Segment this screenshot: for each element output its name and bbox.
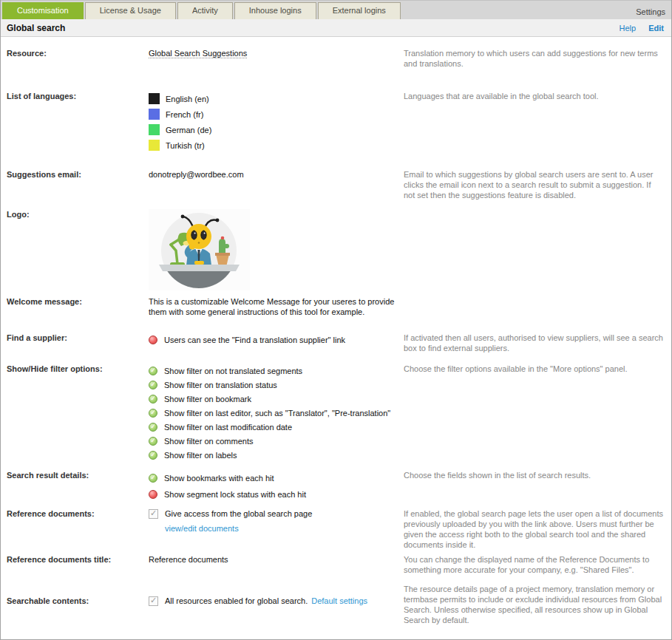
section-languages: List of languages: English (en) French (… [1, 91, 671, 153]
settings-content: Resource: Global Search Suggestions Tran… [1, 48, 671, 625]
language-row: English (en) [149, 91, 404, 106]
search-result-details-description: Choose the fields shown in the list of s… [404, 470, 671, 480]
find-supplier-option-text: Users can see the "Find a translation su… [164, 335, 345, 345]
enabled-status-icon [149, 437, 157, 446]
all-resources-checkbox[interactable] [149, 596, 158, 606]
tab-bar: Customisation License & Usage Activity I… [1, 0, 671, 19]
section-reference-documents: Reference documents: Give access from th… [1, 508, 671, 550]
resource-description: Translation memory to which users can ad… [404, 48, 671, 69]
language-name: English (en) [166, 94, 209, 104]
disabled-status-icon [149, 336, 157, 344]
section-searchable-contents: Searchable contents: All resources enabl… [1, 584, 671, 625]
default-settings-link[interactable]: Default settings [311, 596, 367, 606]
suggestions-email-label: Suggestions email: [1, 169, 149, 180]
language-color-swatch [149, 140, 160, 151]
filter-option-text: Show filter on comments [164, 436, 253, 446]
search-result-option: Show bookmarks with each hit [149, 470, 404, 486]
section-header: Global search Help Edit [1, 19, 671, 37]
enabled-status-icon [149, 423, 157, 432]
languages-label: List of languages: [1, 91, 149, 101]
enabled-status-icon [149, 395, 157, 404]
give-access-checkbox[interactable] [149, 509, 158, 519]
filter-options-label: Show/Hide filter options: [1, 364, 149, 374]
languages-description: Languages that are available in the glob… [404, 91, 671, 101]
suggestions-email-description: Email to which suggestions by global sea… [404, 169, 671, 200]
filter-option: Show filter on not translated segments [149, 364, 404, 378]
search-result-details-label: Search result details: [1, 470, 149, 480]
find-supplier-label: Find a supplier: [1, 333, 149, 343]
language-name: French (fr) [166, 109, 203, 120]
page-title: Global search [1, 23, 65, 33]
section-logo: Logo: [1, 209, 671, 290]
filter-option: Show filter on labels [149, 448, 404, 462]
language-color-swatch [149, 124, 160, 135]
enabled-status-icon [149, 367, 157, 375]
reference-documents-title-description: You can change the displayed name of the… [404, 554, 671, 575]
enabled-status-icon [149, 409, 157, 418]
searchable-contents-description: The resource details page of a project m… [404, 584, 671, 625]
searchable-contents-checkbox-row: All resources enabled for global search.… [149, 596, 404, 606]
filter-option-text: Show filter on bookmark [164, 394, 251, 404]
section-search-result-details: Search result details: Show bookmarks wi… [1, 470, 671, 503]
settings-label: Settings [636, 7, 671, 19]
resource-value[interactable]: Global Search Suggestions [149, 49, 247, 58]
edit-link[interactable]: Edit [648, 24, 664, 33]
language-name: German (de) [166, 125, 211, 135]
section-suggestions-email: Suggestions email: donotreply@wordbee.co… [1, 169, 671, 200]
settings-page: Customisation License & Usage Activity I… [0, 0, 672, 640]
filter-option-text: Show filter on labels [164, 450, 237, 460]
find-supplier-option: Users can see the "Find a translation su… [149, 333, 404, 347]
filter-option: Show filter on translation status [149, 378, 404, 392]
language-color-swatch [149, 93, 160, 104]
welcome-message-value: This is a customizable Welcome Message f… [149, 296, 404, 317]
filter-option-text: Show filter on last modification date [164, 422, 292, 432]
enabled-status-icon [149, 474, 157, 483]
filter-options-description: Choose the filter options available in t… [404, 364, 671, 374]
filter-option: Show filter on last modification date [149, 420, 404, 434]
tab-activity[interactable]: Activity [177, 2, 233, 19]
section-filter-options: Show/Hide filter options: Show filter on… [1, 364, 671, 462]
reference-documents-label: Reference documents: [1, 508, 149, 519]
filter-option: Show filter on bookmark [149, 392, 404, 406]
view-edit-documents-link[interactable]: view/edit documents [165, 523, 239, 534]
language-row: German (de) [149, 122, 404, 137]
section-find-supplier: Find a supplier: Users can see the "Find… [1, 333, 671, 353]
reference-documents-title-label: Reference documents title: [1, 554, 149, 565]
search-result-option: Show segment lock status with each hit [149, 486, 404, 503]
language-row: Turkish (tr) [149, 137, 404, 153]
reference-documents-checkbox-row: Give access from the global search page [149, 508, 404, 519]
language-row: French (fr) [149, 106, 404, 122]
suggestions-email-value: donotreply@wordbee.com [149, 169, 404, 180]
all-resources-checkbox-label: All resources enabled for global search. [165, 596, 308, 606]
tab-inhouse-logins[interactable]: Inhouse logins [234, 2, 316, 19]
filter-option: Show filter on comments [149, 434, 404, 448]
section-welcome-message: Welcome message: This is a customizable … [1, 296, 671, 317]
reference-documents-description: If enabled, the global search page lets … [404, 508, 671, 550]
enabled-status-icon [149, 381, 157, 389]
language-color-swatch [149, 109, 160, 120]
filter-option-text: Show filter on last editor, such as "Tra… [164, 408, 390, 418]
reference-documents-title-value: Reference documents [149, 554, 404, 565]
tab-customisation[interactable]: Customisation [2, 2, 84, 19]
disabled-status-icon [149, 490, 157, 499]
filter-option-text: Show filter on not translated segments [164, 366, 302, 376]
section-resource: Resource: Global Search Suggestions Tran… [1, 48, 671, 69]
help-link[interactable]: Help [620, 24, 637, 33]
bee-mascot-logo [149, 209, 250, 290]
filter-option-text: Show filter on translation status [164, 380, 277, 390]
resource-label: Resource: [1, 48, 149, 58]
section-reference-documents-title: Reference documents title: Reference doc… [1, 554, 671, 575]
find-supplier-description: If activated then all users, authorised … [404, 333, 671, 353]
logo-label: Logo: [1, 209, 149, 219]
search-result-option-text: Show segment lock status with each hit [164, 489, 306, 500]
welcome-message-label: Welcome message: [1, 296, 149, 307]
language-name: Turkish (tr) [166, 140, 205, 151]
filter-option: Show filter on last editor, such as "Tra… [149, 406, 404, 420]
search-result-option-text: Show bookmarks with each hit [164, 473, 274, 483]
tab-external-logins[interactable]: External logins [318, 2, 401, 19]
enabled-status-icon [149, 451, 157, 460]
give-access-checkbox-label: Give access from the global search page [165, 508, 312, 519]
searchable-contents-label: Searchable contents: [1, 584, 149, 606]
tab-license-usage[interactable]: License & Usage [85, 2, 176, 19]
